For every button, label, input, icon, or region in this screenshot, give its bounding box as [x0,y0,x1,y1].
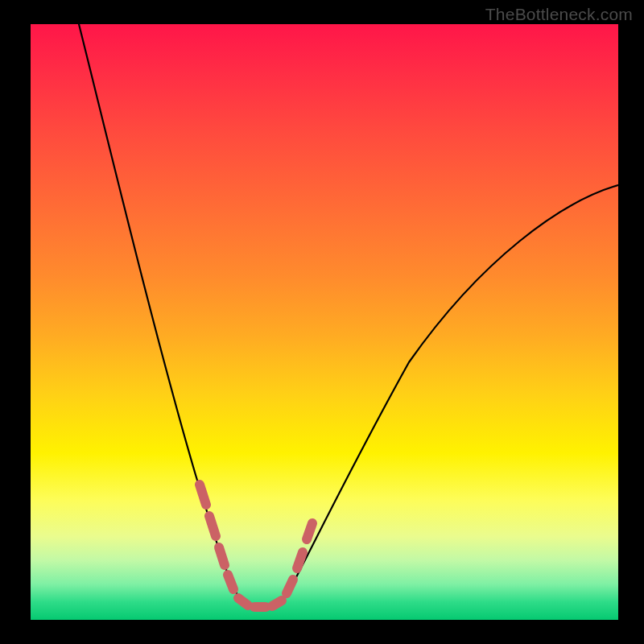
dash-segment [272,601,282,606]
bottleneck-curve [79,24,618,607]
dash-segment [219,547,225,565]
chart-frame: TheBottleneck.com [0,0,644,644]
dash-segment [307,523,312,539]
dash-segment [287,580,293,593]
dash-segment [228,575,233,589]
watermark-text: TheBottleneck.com [485,5,633,24]
dash-segment [209,516,216,536]
highlight-dashes [200,485,312,607]
dash-segment [238,598,248,605]
dash-segment [200,485,206,505]
curve-overlay [31,24,618,620]
dash-segment [297,552,303,568]
